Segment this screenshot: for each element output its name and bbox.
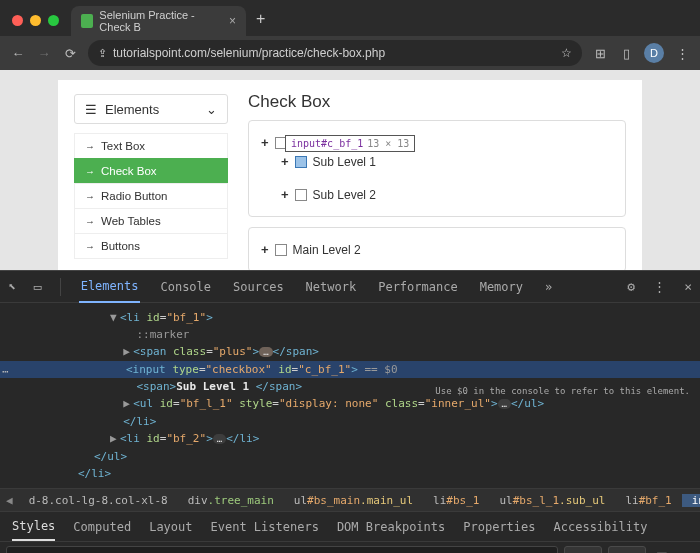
- tree-row-sub2[interactable]: + Sub Level 2: [281, 187, 613, 202]
- sidebar-item-label: Check Box: [101, 165, 157, 177]
- styles-filter-input[interactable]: [6, 546, 558, 553]
- site-info-icon[interactable]: ⇪: [98, 47, 107, 60]
- crumb[interactable]: ul#bs_l_1.sub_ul: [489, 494, 615, 507]
- new-style-icon[interactable]: ☲: [652, 550, 672, 554]
- dom-selected-line[interactable]: ⋯<input type="checkbox" id="c_bf_1"> == …: [0, 361, 700, 378]
- maximize-window-icon[interactable]: [48, 15, 59, 26]
- crumb[interactable]: li#bf_1: [615, 494, 681, 507]
- chevron-down-icon: ⌄: [206, 102, 217, 117]
- kebab-menu-icon[interactable]: ⋮: [674, 46, 690, 61]
- subtab-layout[interactable]: Layout: [149, 520, 192, 534]
- sidebar: ☰ Elements ⌄ →Text Box →Check Box →Radio…: [74, 94, 228, 259]
- minimize-window-icon[interactable]: [30, 15, 41, 26]
- dom-tree[interactable]: ▼<li id="bf_1"> ::marker ▶<span class="p…: [0, 303, 700, 488]
- content-card: ☰ Elements ⌄ →Text Box →Check Box →Radio…: [58, 80, 642, 270]
- tree-row[interactable]: + input#c_bf_1 13 × 13: [261, 135, 613, 150]
- profile-avatar[interactable]: D: [644, 43, 664, 63]
- tab-console[interactable]: Console: [158, 271, 213, 303]
- new-tab-button[interactable]: +: [246, 10, 275, 36]
- main-content: Check Box + input#c_bf_1 13 × 13 + Sub L…: [248, 92, 626, 270]
- console-hint: Use $0 in the console to refer to this e…: [435, 383, 690, 400]
- tab-more[interactable]: »: [543, 271, 554, 303]
- page-title: Check Box: [248, 92, 626, 112]
- expand-icon[interactable]: +: [261, 135, 269, 150]
- arrow-icon: →: [85, 191, 95, 202]
- sidebar-item-label: Web Tables: [101, 215, 161, 227]
- browser-tab[interactable]: Selenium Practice - Check B ×: [71, 6, 246, 36]
- tooltip-dims: 13 × 13: [367, 138, 409, 149]
- subtab-computed[interactable]: Computed: [73, 520, 131, 534]
- settings-icon[interactable]: ⚙: [627, 279, 635, 294]
- inspect-tooltip: input#c_bf_1 13 × 13: [285, 135, 415, 152]
- sidebar-item-label: Buttons: [101, 240, 140, 252]
- forward-icon[interactable]: →: [36, 46, 52, 61]
- url-text: tutorialspoint.com/selenium/practice/che…: [113, 46, 385, 60]
- sidebar-header[interactable]: ☰ Elements ⌄: [74, 94, 228, 124]
- hamburger-icon: ☰: [85, 102, 97, 117]
- extensions-icon[interactable]: ⊞: [592, 46, 608, 61]
- arrow-icon: →: [85, 141, 95, 152]
- tab-performance[interactable]: Performance: [376, 271, 459, 303]
- inspect-icon[interactable]: ⬉: [8, 279, 16, 294]
- page-viewport: ☰ Elements ⌄ →Text Box →Check Box →Radio…: [0, 70, 700, 270]
- styles-tabs: Styles Computed Layout Event Listeners D…: [0, 512, 700, 542]
- close-window-icon[interactable]: [12, 15, 23, 26]
- tree-row-main2[interactable]: + Main Level 2: [261, 242, 613, 257]
- sidebar-item-webtables[interactable]: →Web Tables: [74, 208, 228, 234]
- checkbox-sub1[interactable]: [295, 156, 307, 168]
- subtab-eventlisteners[interactable]: Event Listeners: [211, 520, 319, 534]
- tree-box-2: + Main Level 2: [248, 227, 626, 270]
- crumb[interactable]: ul#bs_main.main_ul: [284, 494, 423, 507]
- subtab-accessibility[interactable]: Accessibility: [554, 520, 648, 534]
- bookmark-icon[interactable]: ☆: [561, 46, 572, 60]
- sidebar-item-label: Radio Button: [101, 190, 168, 202]
- styles-filter-bar: :hov .cls ☲ ▣: [0, 542, 700, 553]
- hov-toggle[interactable]: :hov: [564, 546, 602, 553]
- sidebar-title: Elements: [105, 102, 159, 117]
- devtools-tabs: ⬉ ▭ Elements Console Sources Network Per…: [0, 271, 700, 303]
- tab-memory[interactable]: Memory: [478, 271, 525, 303]
- checkbox-main2[interactable]: [275, 244, 287, 256]
- tree-box-1: + input#c_bf_1 13 × 13 + Sub Level 1 + S…: [248, 120, 626, 217]
- checkbox-sub2[interactable]: [295, 189, 307, 201]
- close-icon[interactable]: ×: [684, 279, 692, 294]
- tree-label: Main Level 2: [293, 243, 361, 257]
- tab-sources[interactable]: Sources: [231, 271, 286, 303]
- crumb-prev[interactable]: ◀: [0, 494, 19, 507]
- tree-row-sub1[interactable]: + Sub Level 1: [281, 154, 613, 169]
- subtab-styles[interactable]: Styles: [12, 519, 55, 541]
- dom-text: Sub Level 1: [176, 380, 255, 393]
- expand-icon[interactable]: +: [281, 154, 289, 169]
- tab-network[interactable]: Network: [304, 271, 359, 303]
- crumb[interactable]: div.tree_main: [178, 494, 284, 507]
- subtab-properties[interactable]: Properties: [463, 520, 535, 534]
- crumb-selected[interactable]: input#c_bf_1: [682, 494, 700, 507]
- back-icon[interactable]: ←: [10, 46, 26, 61]
- arrow-icon: →: [85, 166, 95, 177]
- expand-icon[interactable]: +: [261, 242, 269, 257]
- expand-icon[interactable]: +: [281, 187, 289, 202]
- tree-label: Sub Level 1: [313, 155, 376, 169]
- crumb[interactable]: d-8.col-lg-8.col-xl-8: [19, 494, 178, 507]
- window-controls: [0, 15, 71, 36]
- window-titlebar: Selenium Practice - Check B × +: [0, 0, 700, 36]
- side-panel-icon[interactable]: ▯: [618, 46, 634, 61]
- crumb[interactable]: li#bs_1: [423, 494, 489, 507]
- omnibox[interactable]: ⇪ tutorialspoint.com/selenium/practice/c…: [88, 40, 582, 66]
- kebab-icon[interactable]: ⋮: [653, 279, 666, 294]
- subtab-dombreakpoints[interactable]: DOM Breakpoints: [337, 520, 445, 534]
- sidebar-item-buttons[interactable]: →Buttons: [74, 233, 228, 259]
- arrow-icon: →: [85, 216, 95, 227]
- sidebar-item-checkbox[interactable]: →Check Box: [74, 158, 228, 184]
- tab-close-icon[interactable]: ×: [229, 14, 236, 28]
- reload-icon[interactable]: ⟳: [62, 46, 78, 61]
- sidebar-item-textbox[interactable]: →Text Box: [74, 133, 228, 159]
- dom-breadcrumbs[interactable]: ◀ d-8.col-lg-8.col-xl-8 div.tree_main ul…: [0, 488, 700, 512]
- cls-toggle[interactable]: .cls: [608, 546, 646, 553]
- device-toolbar-icon[interactable]: ▭: [34, 279, 42, 294]
- tree-label: Sub Level 2: [313, 188, 376, 202]
- tab-elements[interactable]: Elements: [79, 271, 141, 303]
- sidebar-item-radio[interactable]: →Radio Button: [74, 183, 228, 209]
- computed-toggle-icon[interactable]: ▣: [678, 550, 694, 554]
- sidebar-menu: →Text Box →Check Box →Radio Button →Web …: [74, 133, 228, 259]
